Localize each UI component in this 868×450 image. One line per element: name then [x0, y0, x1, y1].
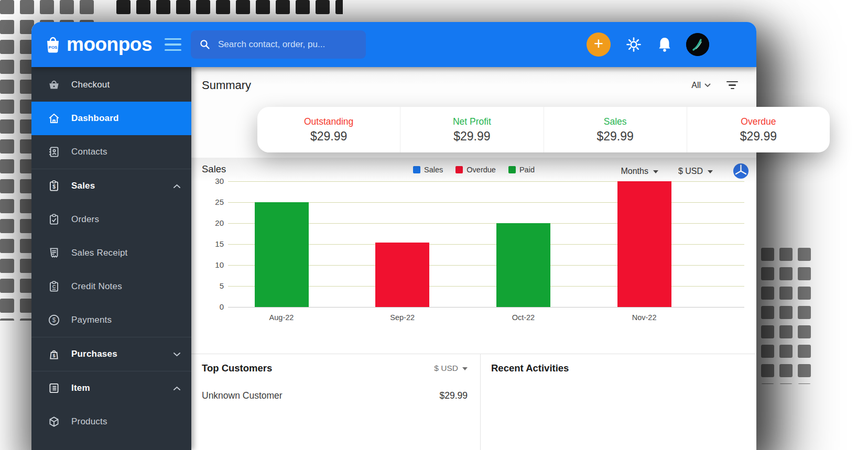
sidebar-item-checkout[interactable]: Checkout — [31, 68, 191, 102]
svg-text:$: $ — [52, 353, 55, 358]
recent-activities-panel: Recent Activities — [481, 354, 756, 450]
y-axis-label: 25 — [202, 197, 224, 206]
sidebar-item-orders[interactable]: Orders — [31, 203, 191, 236]
svg-text:POS: POS — [49, 45, 58, 50]
card-label: Overdue — [741, 116, 776, 127]
pie-chart-toggle-icon[interactable] — [733, 163, 749, 179]
sidebar-item-label: Contacts — [71, 147, 107, 157]
y-axis-label: 20 — [202, 218, 224, 227]
customers-currency-dropdown[interactable]: $ USD — [434, 364, 468, 373]
x-axis-label: Aug-22 — [250, 313, 313, 322]
bar-Sep-22 — [375, 243, 429, 307]
sidebar-item-label: Purchases — [71, 349, 117, 359]
app-window: POS moonpos + — [31, 22, 756, 450]
triangle-down-icon — [708, 170, 713, 173]
bar-Aug-22 — [255, 202, 309, 307]
sidebar-item-label: Orders — [71, 214, 99, 225]
sidebar-item-credit-notes[interactable]: C Credit Notes — [31, 270, 191, 303]
legend-item-sales[interactable]: Sales — [413, 166, 443, 174]
legend-swatch-icon — [508, 166, 516, 173]
chevron-up-icon — [173, 181, 181, 191]
card-value: $29.99 — [310, 129, 347, 144]
search-input[interactable] — [217, 39, 357, 50]
legend-label: Sales — [424, 166, 443, 174]
sidebar-item-sales-receipt[interactable]: Sales Receipt — [31, 236, 191, 270]
currency-dropdown[interactable]: $ USD — [678, 167, 713, 176]
sidebar-item-label: Dashboard — [71, 113, 119, 124]
customers-currency-label: $ USD — [434, 364, 458, 373]
sidebar-item-purchases[interactable]: $ Purchases — [31, 337, 191, 371]
sidebar: Checkout Dashboard Contacts — [31, 67, 191, 450]
bottom-panels: Top Customers $ USD Unknown Customer $29… — [191, 354, 756, 450]
chevron-down-icon — [704, 83, 711, 87]
sidebar-item-label: Checkout — [71, 80, 110, 90]
range-dropdown-label: All — [691, 81, 701, 90]
sidebar-item-payments[interactable]: $ Payments — [31, 303, 191, 337]
page: POS moonpos + — [0, 0, 868, 450]
credit-note-icon: C — [46, 280, 62, 293]
bar-Nov-22 — [617, 181, 671, 307]
topbar-actions: + — [587, 32, 709, 57]
summary-card-sales: Sales $29.99 — [544, 107, 687, 152]
item-list-icon — [46, 381, 62, 395]
brand-title: moonpos — [67, 34, 152, 56]
pixel-grid-right — [761, 248, 811, 384]
sales-chart-card: Sales SalesOverduePaid Months $ USD — [191, 158, 756, 354]
y-axis-label: 30 — [202, 177, 224, 185]
y-axis-label: 10 — [202, 260, 224, 269]
summary-card-net-profit: Net Profit $29.99 — [400, 107, 543, 152]
chart-plot: 051015202530Aug-22Sep-22Oct-22Nov-22 — [228, 181, 744, 307]
top-customers-panel: Top Customers $ USD Unknown Customer $29… — [191, 354, 481, 450]
customer-row[interactable]: Unknown Customer $29.99 — [202, 390, 468, 401]
bar-Oct-22 — [496, 223, 550, 307]
x-axis-label: Nov-22 — [613, 313, 676, 322]
purchases-bag-icon: $ — [46, 347, 62, 361]
y-axis-label: 15 — [202, 239, 224, 248]
sales-clipboard-icon: $ — [46, 179, 62, 193]
legend-swatch-icon — [455, 166, 463, 173]
sidebar-item-sales[interactable]: $ Sales — [31, 169, 191, 203]
sidebar-item-label: Products — [71, 416, 107, 427]
sidebar-item-label: Payments — [71, 315, 112, 325]
sidebar-item-dashboard[interactable]: Dashboard — [31, 102, 191, 135]
add-button[interactable]: + — [587, 32, 611, 57]
summary-card-overdue: Overdue $29.99 — [687, 107, 830, 152]
card-value: $29.99 — [453, 129, 490, 144]
triangle-down-icon — [653, 170, 658, 173]
sidebar-item-contacts[interactable]: Contacts — [31, 135, 191, 169]
legend-item-overdue[interactable]: Overdue — [455, 166, 496, 174]
svg-text:$: $ — [52, 184, 56, 190]
card-value: $29.99 — [740, 129, 777, 144]
card-label: Sales — [604, 116, 627, 127]
interval-dropdown[interactable]: Months — [621, 167, 658, 176]
search-bar[interactable] — [191, 30, 366, 59]
y-axis-label: 5 — [202, 281, 224, 290]
svg-text:C: C — [52, 284, 56, 289]
customer-amount: $29.99 — [439, 390, 468, 401]
sidebar-item-item[interactable]: Item — [31, 371, 191, 405]
notifications-bell-icon[interactable] — [657, 36, 672, 53]
sidebar-item-label: Item — [71, 383, 90, 393]
currency-dropdown-label: $ USD — [678, 167, 703, 176]
pixel-grid-top — [116, 0, 343, 17]
topbar: POS moonpos + — [31, 22, 756, 67]
menu-icon[interactable] — [165, 38, 181, 51]
customer-name: Unknown Customer — [202, 390, 283, 401]
sidebar-item-label: Credit Notes — [71, 281, 122, 292]
settings-gear-icon[interactable] — [624, 35, 643, 54]
pos-bag-logo-icon: POS — [45, 35, 61, 54]
svg-text:$: $ — [52, 316, 56, 324]
avatar[interactable] — [686, 33, 709, 56]
summary-header: Summary All — [191, 67, 756, 103]
legend-swatch-icon — [413, 166, 420, 173]
filter-icon[interactable] — [726, 81, 738, 90]
card-label: Outstanding — [304, 116, 353, 127]
sidebar-item-products[interactable]: Products — [31, 405, 191, 438]
chevron-down-icon — [173, 349, 181, 359]
search-icon — [199, 39, 211, 50]
summary-card-outstanding: Outstanding $29.99 — [257, 107, 400, 152]
range-dropdown[interactable]: All — [691, 81, 711, 90]
y-axis-label: 0 — [202, 302, 224, 311]
legend-item-paid[interactable]: Paid — [508, 166, 535, 174]
triangle-down-icon — [462, 367, 468, 370]
